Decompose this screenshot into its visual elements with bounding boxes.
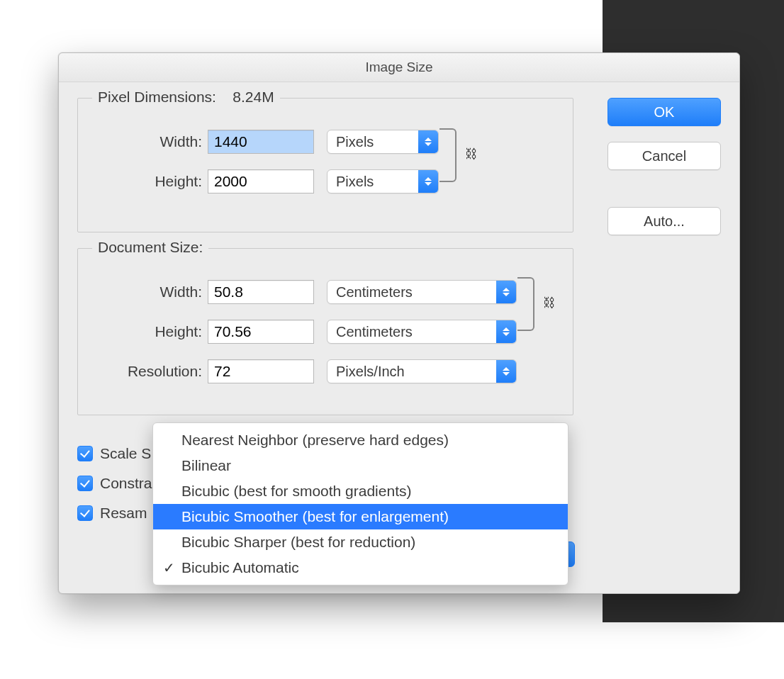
chevron-updown-icon bbox=[496, 320, 516, 343]
link-icon[interactable]: ⛓ bbox=[543, 296, 556, 310]
checkmark-icon: ✓ bbox=[163, 559, 175, 576]
resample-menu-item[interactable]: Nearest Neighbor (preserve hard edges) bbox=[153, 427, 568, 453]
pixel-width-input[interactable] bbox=[208, 130, 314, 154]
doc-resolution-label: Resolution: bbox=[92, 363, 208, 380]
chevron-updown-icon bbox=[418, 130, 438, 153]
pixel-height-row: Height: Pixels bbox=[92, 165, 559, 198]
doc-width-label: Width: bbox=[92, 284, 208, 301]
doc-height-row: Height: Centimeters bbox=[92, 315, 559, 348]
doc-height-input[interactable] bbox=[208, 320, 314, 344]
resample-menu-item[interactable]: Bicubic Sharper (best for reduction) bbox=[153, 529, 568, 555]
legend-prefix: Pixel Dimensions: bbox=[98, 89, 216, 105]
document-size-legend: Document Size: bbox=[92, 239, 208, 256]
resample-image-checkbox[interactable]: Resam bbox=[77, 505, 152, 522]
menu-item-label: Bicubic (best for smooth gradients) bbox=[181, 483, 411, 500]
constrain-proportions-checkbox[interactable]: Constra bbox=[77, 475, 152, 492]
constrain-label: Constra bbox=[100, 475, 152, 492]
cancel-button[interactable]: Cancel bbox=[607, 142, 721, 170]
dialog-title: Image Size bbox=[59, 53, 739, 82]
menu-item-label: Bicubic Sharper (best for reduction) bbox=[181, 534, 415, 551]
menu-item-label: Bilinear bbox=[181, 457, 231, 474]
resample-menu-item[interactable]: Bicubic Smoother (best for enlargement) bbox=[153, 504, 568, 529]
doc-width-unit-select[interactable]: Centimeters bbox=[327, 280, 517, 304]
doc-resolution-unit-value: Pixels/Inch bbox=[327, 364, 496, 380]
pixel-width-row: Width: Pixels bbox=[92, 125, 559, 158]
checkbox-icon bbox=[77, 446, 93, 461]
checkbox-icon bbox=[77, 505, 93, 521]
doc-width-row: Width: Centimeters bbox=[92, 276, 559, 308]
menu-item-label: Nearest Neighbor (preserve hard edges) bbox=[181, 432, 449, 449]
dialog-side-buttons: OK Cancel Auto... bbox=[607, 98, 721, 235]
doc-link-bracket bbox=[517, 277, 534, 331]
pixel-height-unit-select[interactable]: Pixels bbox=[327, 169, 439, 193]
doc-height-label: Height: bbox=[92, 323, 208, 340]
pixel-width-label: Width: bbox=[92, 133, 208, 150]
pixel-height-unit-value: Pixels bbox=[327, 174, 418, 190]
menu-item-label: Bicubic Smoother (best for enlargement) bbox=[181, 508, 449, 525]
checkbox-icon bbox=[77, 476, 93, 491]
doc-height-unit-value: Centimeters bbox=[327, 324, 496, 340]
auto-button[interactable]: Auto... bbox=[607, 207, 721, 235]
scale-styles-checkbox[interactable]: Scale S bbox=[77, 445, 152, 462]
resample-menu-item[interactable]: Bilinear bbox=[153, 453, 568, 478]
doc-resolution-input[interactable] bbox=[208, 359, 314, 383]
pixel-dimensions-legend: Pixel Dimensions: 8.24M bbox=[92, 89, 280, 106]
resample-label: Resam bbox=[100, 505, 147, 522]
doc-resolution-row: Resolution: Pixels/Inch bbox=[92, 355, 559, 388]
scale-styles-label: Scale S bbox=[100, 445, 151, 462]
ok-button[interactable]: OK bbox=[607, 98, 721, 126]
resample-method-menu: Nearest Neighbor (preserve hard edges)Bi… bbox=[152, 422, 569, 585]
pixel-link-bracket bbox=[439, 128, 457, 182]
doc-width-unit-value: Centimeters bbox=[327, 284, 496, 301]
resample-menu-item[interactable]: ✓Bicubic Automatic bbox=[153, 555, 568, 580]
pixel-height-label: Height: bbox=[92, 173, 208, 190]
doc-width-input[interactable] bbox=[208, 280, 314, 304]
doc-height-unit-select[interactable]: Centimeters bbox=[327, 320, 517, 344]
pixel-dimensions-size: 8.24M bbox=[233, 89, 274, 105]
pixel-dimensions-group: Pixel Dimensions: 8.24M Width: Pixels He… bbox=[77, 98, 573, 232]
pixel-height-input[interactable] bbox=[208, 169, 314, 193]
document-size-group: Document Size: Width: Centimeters Height… bbox=[77, 248, 573, 415]
pixel-width-unit-select[interactable]: Pixels bbox=[327, 130, 439, 154]
doc-resolution-unit-select[interactable]: Pixels/Inch bbox=[327, 359, 517, 383]
chevron-updown-icon bbox=[496, 360, 516, 383]
menu-item-label: Bicubic Automatic bbox=[181, 559, 299, 576]
options-checkboxes: Scale S Constra Resam bbox=[77, 445, 152, 522]
chevron-updown-icon bbox=[496, 281, 516, 303]
pixel-width-unit-value: Pixels bbox=[327, 134, 418, 150]
link-icon[interactable]: ⛓ bbox=[465, 147, 478, 162]
chevron-updown-icon bbox=[418, 170, 438, 193]
resample-menu-item[interactable]: Bicubic (best for smooth gradients) bbox=[153, 478, 568, 504]
